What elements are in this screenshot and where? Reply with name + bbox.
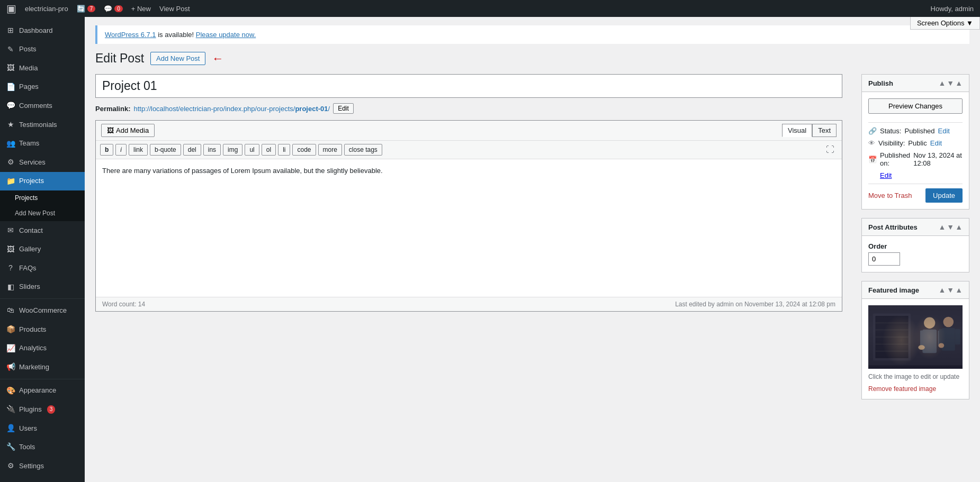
svg-point-8 [924,317,935,329]
sidebar-item-plugins[interactable]: 🔌 Plugins 3 [0,400,85,419]
ol-button[interactable]: ol [262,144,276,156]
b-quote-button[interactable]: b-quote [150,144,181,156]
sidebar-item-pages[interactable]: 📄 Pages [0,78,85,97]
comments-menu-icon: 💬 [6,101,15,111]
sidebar-item-settings[interactable]: ⚙ Settings [0,457,85,476]
publish-panel-body: Preview Changes 🔗 Status: Published Edit… [862,92,969,209]
status-edit-link[interactable]: Edit [938,127,950,135]
sidebar-item-contact[interactable]: ✉ Contact [0,221,85,240]
sidebar-item-projects[interactable]: 📁 Projects [0,172,85,191]
post-attributes-toggle: ▲ ▼ ▲ [938,223,963,231]
sidebar-item-media[interactable]: 🖼 Media [0,59,85,78]
sidebar-item-users[interactable]: 👤 Users [0,419,85,438]
sidebar-item-woocommerce[interactable]: 🛍 WooCommerce [0,301,85,320]
publish-panel-title: Publish [868,79,893,87]
sidebar-item-dashboard[interactable]: ⊞ Dashboard [0,21,85,40]
wp-logo[interactable]: ▣ [6,2,16,15]
contact-icon: ✉ [6,225,15,236]
edit-permalink-button[interactable]: Edit [333,103,354,114]
site-name[interactable]: electrician-pro [25,5,68,13]
sidebar-item-tools[interactable]: 🔧 Tools [0,438,85,457]
new-button[interactable]: + New [131,5,151,13]
plugins-badge: 3 [47,405,56,414]
sidebar-item-faqs[interactable]: ? FAQs [0,259,85,278]
analytics-icon: 📈 [6,343,15,354]
svg-rect-10 [920,331,926,347]
visibility-edit-link[interactable]: Edit [930,139,942,147]
sidebar-item-posts[interactable]: ✎ Posts [0,40,85,59]
published-on-row: 📅 Published on: Nov 13, 2024 at 12:08 [868,151,963,167]
status-icon: 🔗 [868,127,877,135]
plugins-icon: 🔌 [6,404,15,415]
collapse-icon-fi: ▲ [955,286,963,294]
permalink-label: Permalink: [95,105,130,113]
posts-icon: ✎ [6,44,15,55]
link-button[interactable]: link [129,144,148,156]
sidebar-item-teams[interactable]: 👥 Teams [0,134,85,153]
bold-button[interactable]: b [100,144,113,156]
ins-button[interactable]: ins [203,144,221,156]
del-button[interactable]: del [183,144,201,156]
close-tags-button[interactable]: close tags [344,144,382,156]
add-new-post-button[interactable]: Add New Post [150,52,205,65]
img-button[interactable]: img [223,144,242,156]
sidebar-item-testimonials[interactable]: ★ Testimonials [0,115,85,134]
wordpress-version-link[interactable]: WordPress 6.7.1 [105,31,156,39]
users-icon: 👤 [6,423,15,434]
published-on-edit-link[interactable]: Edit [880,171,892,179]
visual-tab[interactable]: Visual [782,124,812,137]
publish-panel-header[interactable]: Publish ▲ ▼ ▲ [862,75,969,92]
code-button[interactable]: code [292,144,316,156]
chevron-up-icon-attr: ▲ [938,223,946,231]
comments-icon[interactable]: 💬 0 [104,5,123,13]
li-button[interactable]: li [278,144,290,156]
sidebar-item-marketing[interactable]: 📢 Marketing [0,358,85,377]
svg-rect-14 [939,329,945,344]
projects-icon: 📁 [6,176,15,187]
projects-submenu: Projects Add New Post [0,190,85,221]
remove-featured-image-link[interactable]: Remove featured image [868,385,936,393]
dashboard-icon: ⊞ [6,25,15,36]
editor-toolbar-top: 🖼 Add Media Visual Text [96,121,842,141]
sidebar-item-comments[interactable]: 💬 Comments [0,96,85,115]
updates-icon[interactable]: 🔄 7 [77,5,96,13]
visibility-icon: 👁 [868,139,875,147]
sidebar-item-services[interactable]: ⚙ Services [0,153,85,172]
featured-image-thumbnail[interactable] [868,305,963,369]
submenu-item-projects[interactable]: Projects [0,190,85,206]
please-update-link[interactable]: Please update now. [196,31,256,39]
preview-changes-button[interactable]: Preview Changes [868,98,963,114]
text-tab[interactable]: Text [812,124,837,137]
sidebar-item-appearance[interactable]: 🎨 Appearance [0,381,85,401]
sliders-icon: ◧ [6,282,15,293]
sidebar-item-gallery[interactable]: 🖼 Gallery [0,240,85,259]
view-post-link[interactable]: View Post [159,5,190,13]
fullscreen-button[interactable]: ⛶ [823,144,838,156]
sidebar-item-analytics[interactable]: 📈 Analytics [0,339,85,358]
sidebar-item-sliders[interactable]: ◧ Sliders [0,278,85,297]
published-on-label: Published on: [880,151,910,167]
testimonials-icon: ★ [6,120,15,130]
update-button[interactable]: Update [925,188,963,203]
post-attributes-header[interactable]: Post Attributes ▲ ▼ ▲ [862,219,969,236]
featured-image-header[interactable]: Featured image ▲ ▼ ▲ [862,281,969,299]
editor-body[interactable]: There are many variations of passages of… [96,159,842,297]
visibility-value: Public [908,139,927,147]
admin-menu: ⊞ Dashboard ✎ Posts 🖼 Media 📄 Pages 💬 Co… [0,17,85,482]
screen-options-button[interactable]: Screen Options ▼ [910,17,980,30]
visibility-label: Visibility: [878,139,905,147]
ul-button[interactable]: ul [245,144,259,156]
permalink-url[interactable]: http://localhost/electrician-pro/index.p… [133,105,330,113]
chevron-down-icon: ▼ [947,79,954,87]
right-sidebar: Publish ▲ ▼ ▲ Preview Changes 🔗 Status: [853,74,969,416]
format-toolbar: b i link b-quote del ins img ul ol li co… [96,141,842,159]
move-to-trash-link[interactable]: Move to Trash [868,192,912,199]
order-input[interactable] [868,252,900,266]
add-media-button[interactable]: 🖼 Add Media [101,124,155,137]
sidebar-item-products[interactable]: 📦 Products [0,320,85,339]
update-notice: WordPress 6.7.1 is available! Please upd… [95,25,969,44]
submenu-item-add-new[interactable]: Add New Post [0,206,85,221]
more-button[interactable]: more [318,144,342,156]
italic-button[interactable]: i [115,144,127,156]
post-title-input[interactable] [95,74,842,98]
